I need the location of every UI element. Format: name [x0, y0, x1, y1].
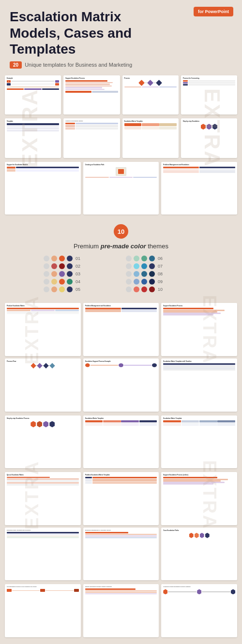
slide-thumb-f3[interactable]: Customer Service Escalation Process Temp…: [161, 584, 237, 637]
color-dot: [134, 279, 139, 285]
color-dot: [51, 271, 57, 277]
slides-block2: EXTRA EXTRA Product Escalation Matrix: [0, 300, 242, 413]
color-dot: [126, 263, 132, 269]
slide-thumb-d1[interactable]: Queue Escalation Matrix: [5, 472, 81, 525]
slide-thumb-7[interactable]: Escalation Matrix Template: [122, 118, 179, 157]
slide-thumb-e3[interactable]: Case Escalation Paths: [161, 528, 237, 581]
slide-thumb-d3[interactable]: Support Escalation Process (online): [161, 472, 237, 525]
themes-count-badge: 10: [114, 224, 128, 239]
color-num: 08: [158, 272, 163, 276]
color-dot: [44, 279, 49, 285]
slide-thumb-f2[interactable]: Support Escalation Process (Simple Templ…: [83, 584, 159, 637]
color-dot: [59, 279, 65, 285]
color-dot: [126, 279, 132, 285]
color-theme-09: 09: [126, 279, 198, 285]
slide-thumb-a2[interactable]: Problem Management and Escalation: [83, 303, 159, 356]
color-dot: [141, 271, 147, 277]
color-theme-10: 10: [126, 286, 198, 292]
color-themes-section: 10 Premium pre-made color themes 01 06 0…: [0, 216, 242, 300]
slide-thumb-1[interactable]: Example ▶: [5, 75, 61, 114]
color-theme-07: 07: [126, 263, 198, 269]
slide-thumb-c1[interactable]: Step-by-step Escalation Process: [5, 415, 81, 469]
color-num: 03: [76, 272, 80, 276]
color-dot: [149, 271, 155, 277]
slides-row1: Example ▶: [0, 73, 242, 116]
color-theme-03: 03: [44, 271, 116, 277]
color-dot: [51, 256, 57, 261]
color-num: 07: [158, 264, 163, 269]
color-dot: [134, 263, 139, 269]
slide-thumb-c2[interactable]: Escalation Matrix Template: [83, 415, 159, 469]
color-dot: [134, 271, 139, 277]
color-num: 09: [158, 279, 163, 284]
color-dot: [141, 263, 147, 269]
color-num: 01: [76, 256, 80, 261]
color-dot: [44, 286, 49, 292]
slide-thumb-a3[interactable]: Support Escalation Process: [161, 303, 237, 356]
slide-thumb-6[interactable]: Support for Escalation Models: [63, 118, 120, 157]
color-dot: [67, 286, 73, 292]
slide-thumb-5[interactable]: Template: [5, 118, 61, 157]
slides-block5: The Escalation Process in the Customer C…: [0, 582, 242, 644]
color-num: 10: [158, 287, 163, 292]
slide-thumb-4[interactable]: Process for Connecting: [181, 75, 237, 114]
color-dot: [149, 256, 155, 261]
subtitle-text: Unique templates for Business and Market…: [25, 62, 132, 68]
color-dot: [51, 286, 57, 292]
slides-block3: Step-by-step Escalation Process Escalati…: [0, 414, 242, 471]
slide-thumb-2[interactable]: Support Escalation Process: [63, 75, 120, 114]
color-dot: [44, 256, 49, 261]
color-grid: 01 06 02 07: [44, 256, 198, 292]
slide-thumb-11[interactable]: Problem Management and Escalation: [161, 162, 237, 215]
color-dot: [67, 271, 73, 277]
color-dot: [126, 256, 132, 261]
color-dot: [141, 256, 147, 261]
slide-thumb-b3[interactable]: Escalation Matrix Template with Timeline: [161, 358, 237, 412]
slide-thumb-f1[interactable]: The Escalation Process in the Customer C…: [5, 584, 81, 637]
color-theme-08: 08: [126, 271, 198, 277]
color-theme-02: 02: [44, 263, 116, 269]
count-badge: 20: [10, 61, 22, 69]
color-num: 06: [158, 256, 163, 261]
slide-thumb-b1[interactable]: Process Flow: [5, 358, 81, 412]
slide-thumb-b2[interactable]: Escalation Support Process Example: [83, 358, 159, 412]
color-dot: [149, 263, 155, 269]
color-dot: [59, 271, 65, 277]
color-dot: [149, 286, 155, 292]
page-title: Escalation MatrixModels, Cases and Templ…: [10, 9, 174, 57]
color-dot: [51, 279, 57, 285]
color-dot: [67, 256, 73, 261]
color-dot: [59, 263, 65, 269]
color-theme-06: 06: [126, 256, 198, 261]
color-dot: [141, 279, 147, 285]
powerpoint-badge: for PowerPoint: [194, 7, 233, 16]
color-dot: [59, 256, 65, 261]
color-theme-05: 05: [44, 286, 116, 292]
slides-row2: Template Support for Escalation Models: [0, 116, 242, 159]
color-dot: [126, 286, 132, 292]
slides-row3: Support for Escalation Models: [0, 160, 242, 217]
color-theme-01: 01: [44, 256, 116, 261]
color-dot: [149, 279, 155, 285]
color-dot: [141, 286, 147, 292]
slides-block4: EXTRA EXTRA Queue Escalation Matrix: [0, 470, 242, 582]
color-dot: [134, 286, 139, 292]
slide-thumb-9[interactable]: Support for Escalation Models: [5, 162, 81, 215]
slide-thumb-d2[interactable]: Problem Escalation Matrix Template: [83, 472, 159, 525]
slide-thumb-e2[interactable]: Escalation Management in Customer Servic…: [83, 528, 159, 581]
color-theme-04: 04: [44, 279, 116, 285]
color-num: 02: [76, 264, 80, 269]
color-num: 04: [76, 279, 80, 284]
slide-thumb-a1[interactable]: Product Escalation Matrix: [5, 303, 81, 356]
slide-thumb-10[interactable]: Creating an Escalation Path: [83, 162, 159, 215]
slide-thumb-3[interactable]: Process: [122, 75, 179, 114]
color-dot: [44, 271, 49, 277]
color-dot: [44, 263, 49, 269]
color-dot: [51, 263, 57, 269]
color-dot: [67, 279, 73, 285]
color-num: 05: [76, 287, 80, 292]
slide-thumb-c3[interactable]: Escalation Matrix Template: [161, 415, 237, 469]
slide-thumb-8[interactable]: Step-by-step Escalation: [181, 118, 237, 157]
color-dot: [134, 256, 139, 261]
slide-thumb-e1[interactable]: Escalation Paths Template with Personas: [5, 528, 81, 581]
